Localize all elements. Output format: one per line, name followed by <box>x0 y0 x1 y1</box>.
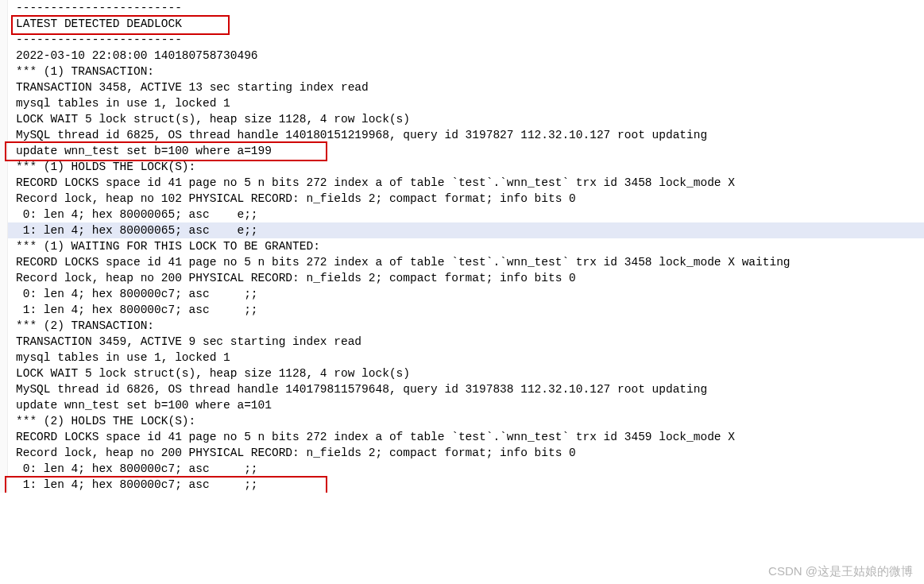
log-line: 1: len 4; hex 800000c7; asc ;; <box>0 302 924 318</box>
log-line: TRANSACTION 3459, ACTIVE 9 sec starting … <box>0 334 924 350</box>
log-text: TRANSACTION 3459, ACTIVE 9 sec starting … <box>8 334 924 350</box>
log-line: TRANSACTION 3458, ACTIVE 13 sec starting… <box>0 79 924 95</box>
log-text: mysql tables in use 1, locked 1 <box>8 350 924 365</box>
log-line: LATEST DETECTED DEADLOCK <box>0 16 924 32</box>
log-text: mysql tables in use 1, locked 1 <box>8 95 924 111</box>
line-gutter <box>0 16 8 32</box>
log-text: update wnn_test set b=100 where a=199 <box>8 143 924 159</box>
line-gutter <box>0 64 8 79</box>
line-gutter <box>0 32 8 48</box>
line-gutter <box>0 238 8 254</box>
line-gutter <box>0 159 8 175</box>
log-line: 2022-03-10 22:08:00 140180758730496 <box>0 48 924 64</box>
line-gutter <box>0 381 8 397</box>
line-gutter <box>0 413 8 429</box>
log-text: 1: len 4; hex 800000c7; asc ;; <box>8 477 924 493</box>
log-line: RECORD LOCKS space id 41 page no 5 n bit… <box>0 175 924 191</box>
log-line: Record lock, heap no 200 PHYSICAL RECORD… <box>0 270 924 286</box>
log-text: *** (1) WAITING FOR THIS LOCK TO BE GRAN… <box>8 238 924 254</box>
log-text: *** (2) TRANSACTION: <box>8 318 924 334</box>
line-gutter <box>0 270 8 286</box>
log-text: RECORD LOCKS space id 41 page no 5 n bit… <box>8 175 924 191</box>
log-line: Record lock, heap no 200 PHYSICAL RECORD… <box>0 445 924 461</box>
line-gutter <box>0 318 8 334</box>
log-text: RECORD LOCKS space id 41 page no 5 n bit… <box>8 429 924 445</box>
log-text: 1: len 4; hex 800000c7; asc ;; <box>8 302 924 318</box>
log-line: MySQL thread id 6825, OS thread handle 1… <box>0 127 924 143</box>
log-text: 0: len 4; hex 800000c7; asc ;; <box>8 286 924 302</box>
log-text: MySQL thread id 6825, OS thread handle 1… <box>8 127 924 143</box>
line-gutter <box>0 477 8 493</box>
log-line: *** (1) WAITING FOR THIS LOCK TO BE GRAN… <box>0 238 924 254</box>
line-gutter <box>0 143 8 159</box>
log-text: LATEST DETECTED DEADLOCK <box>8 16 924 32</box>
log-text: RECORD LOCKS space id 41 page no 5 n bit… <box>8 254 924 270</box>
log-text: MySQL thread id 6826, OS thread handle 1… <box>8 381 924 397</box>
log-text: Record lock, heap no 200 PHYSICAL RECORD… <box>8 270 924 286</box>
log-line: update wnn_test set b=100 where a=101 <box>0 397 924 413</box>
log-line: *** (1) HOLDS THE LOCK(S): <box>0 159 924 175</box>
log-line: LOCK WAIT 5 lock struct(s), heap size 11… <box>0 111 924 127</box>
log-text: 2022-03-10 22:08:00 140180758730496 <box>8 48 924 64</box>
line-gutter <box>0 286 8 302</box>
line-gutter <box>0 79 8 95</box>
log-text: 1: len 4; hex 80000065; asc e;; <box>8 222 924 238</box>
line-gutter <box>0 48 8 64</box>
log-line: *** (2) HOLDS THE LOCK(S): <box>0 413 924 429</box>
line-gutter <box>0 350 8 365</box>
line-gutter <box>0 365 8 381</box>
log-line: mysql tables in use 1, locked 1 <box>0 95 924 111</box>
line-gutter <box>0 175 8 191</box>
log-line: 0: len 4; hex 800000c7; asc ;; <box>0 461 924 477</box>
log-text: Record lock, heap no 102 PHYSICAL RECORD… <box>8 191 924 207</box>
log-line: 1: len 4; hex 80000065; asc e;; <box>0 222 924 238</box>
line-gutter <box>0 302 8 318</box>
line-gutter <box>0 127 8 143</box>
log-text: *** (2) HOLDS THE LOCK(S): <box>8 413 924 429</box>
log-line: *** (1) TRANSACTION: <box>0 64 924 79</box>
log-line: ------------------------ <box>0 32 924 48</box>
log-line: MySQL thread id 6826, OS thread handle 1… <box>0 381 924 397</box>
log-text: ------------------------ <box>8 0 924 16</box>
log-text: *** (1) HOLDS THE LOCK(S): <box>8 159 924 175</box>
log-line: RECORD LOCKS space id 41 page no 5 n bit… <box>0 429 924 445</box>
log-line: Record lock, heap no 102 PHYSICAL RECORD… <box>0 191 924 207</box>
line-gutter <box>0 207 8 222</box>
line-gutter <box>0 222 8 238</box>
line-gutter <box>0 461 8 477</box>
log-text: 0: len 4; hex 800000c7; asc ;; <box>8 461 924 477</box>
line-gutter <box>0 445 8 461</box>
line-gutter <box>0 111 8 127</box>
log-line: *** (2) TRANSACTION: <box>0 318 924 334</box>
log-line: 1: len 4; hex 800000c7; asc ;; <box>0 477 924 493</box>
log-text: *** (1) TRANSACTION: <box>8 64 924 79</box>
log-line: 0: len 4; hex 80000065; asc e;; <box>0 207 924 222</box>
line-gutter <box>0 95 8 111</box>
log-line: RECORD LOCKS space id 41 page no 5 n bit… <box>0 254 924 270</box>
line-gutter <box>0 254 8 270</box>
log-text: 0: len 4; hex 80000065; asc e;; <box>8 207 924 222</box>
line-gutter <box>0 0 8 16</box>
log-text: LOCK WAIT 5 lock struct(s), heap size 11… <box>8 111 924 127</box>
log-line: update wnn_test set b=100 where a=199 <box>0 143 924 159</box>
log-line: LOCK WAIT 5 lock struct(s), heap size 11… <box>0 365 924 381</box>
deadlock-log: ------------------------ LATEST DETECTED… <box>0 0 924 493</box>
line-gutter <box>0 334 8 350</box>
log-text: Record lock, heap no 200 PHYSICAL RECORD… <box>8 445 924 461</box>
line-gutter <box>0 191 8 207</box>
log-line: ------------------------ <box>0 0 924 16</box>
line-gutter <box>0 429 8 445</box>
log-line: mysql tables in use 1, locked 1 <box>0 350 924 365</box>
log-line: 0: len 4; hex 800000c7; asc ;; <box>0 286 924 302</box>
log-text: TRANSACTION 3458, ACTIVE 13 sec starting… <box>8 79 924 95</box>
log-text: update wnn_test set b=100 where a=101 <box>8 397 924 413</box>
log-text: ------------------------ <box>8 32 924 48</box>
line-gutter <box>0 397 8 413</box>
log-text: LOCK WAIT 5 lock struct(s), heap size 11… <box>8 365 924 381</box>
